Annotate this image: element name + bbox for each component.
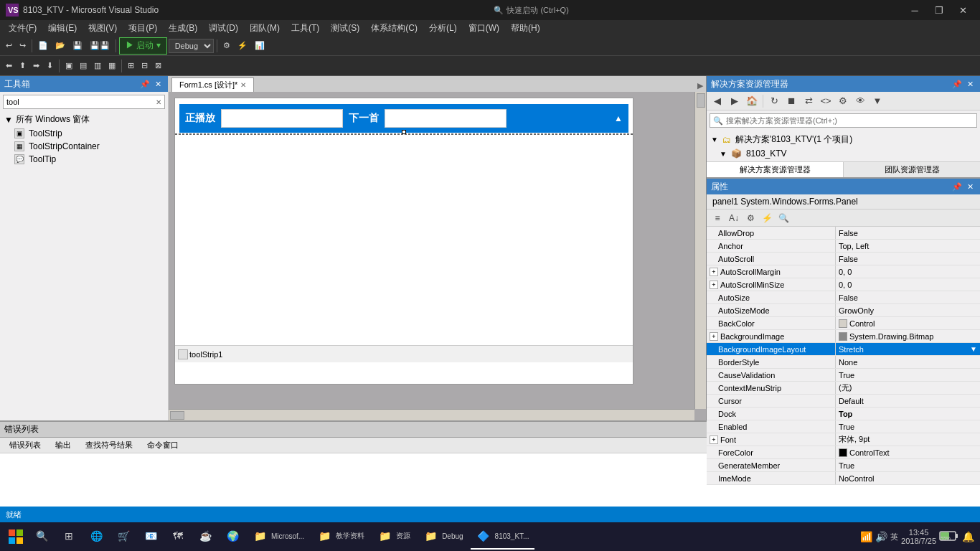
taskbar-item-search[interactable]: 🔍 <box>29 524 55 550</box>
solution-close[interactable]: ✕ <box>964 78 976 90</box>
sol-btn-forward[interactable]: ▶ <box>727 93 743 109</box>
error-tab-find[interactable]: 查找符号结果 <box>79 438 139 452</box>
taskbar-item-mail[interactable]: 📧 <box>138 524 164 550</box>
menu-test[interactable]: 测试(S) <box>325 20 365 36</box>
tb2-align-center[interactable]: ⬆ <box>17 57 29 75</box>
toolbar-misc-3[interactable]: 📊 <box>252 37 268 55</box>
toolbar-save[interactable]: 💾 <box>70 37 85 55</box>
menu-team[interactable]: 团队(M) <box>244 20 286 36</box>
prop-value-autoscrollminsize[interactable]: 0, 0 <box>836 278 980 291</box>
taskbar-item-folder1[interactable]: 📁 Microsof... <box>247 524 310 550</box>
prop-value-autosizemode[interactable]: GrowOnly <box>836 304 980 316</box>
menu-build[interactable]: 生成(B) <box>163 20 203 36</box>
menu-arch[interactable]: 体系结构(C) <box>365 20 423 36</box>
menu-edit[interactable]: 编辑(E) <box>42 20 83 36</box>
prop-value-anchor[interactable]: Top, Left <box>836 240 980 252</box>
tb2-btn-5[interactable]: ⊞ <box>125 57 137 75</box>
sol-tab-solution[interactable]: 解决方案资源管理器 <box>707 162 844 177</box>
textbox-next[interactable] <box>385 109 507 128</box>
prop-value-backcolor[interactable]: Control <box>836 317 980 329</box>
expand-font[interactable]: + <box>710 435 718 444</box>
sol-btn-filter[interactable]: ▼ <box>870 93 885 109</box>
design-canvas[interactable]: 正播放 下一首 ▲ toolStrip1 <box>174 98 633 385</box>
sol-btn-home[interactable]: 🏠 <box>744 93 760 109</box>
toolbar-open[interactable]: 📂 <box>52 37 68 55</box>
sol-btn-preview[interactable]: 👁 <box>852 93 868 109</box>
taskbar-start[interactable] <box>3 524 29 550</box>
prop-value-enabled[interactable]: True <box>836 420 980 433</box>
tb2-btn-4[interactable]: ▦ <box>105 57 118 75</box>
props-btn-alpha[interactable]: A↓ <box>726 211 742 225</box>
minimize-button[interactable]: ─ <box>904 3 925 17</box>
sol-btn-stop[interactable]: ⏹ <box>783 93 799 109</box>
props-btn-events[interactable]: ⚡ <box>759 211 775 225</box>
taskbar-item-edge[interactable]: 🌐 <box>83 524 109 550</box>
vscroll-thumb[interactable] <box>697 93 705 108</box>
prop-value-bgimage[interactable]: System.Drawing.Bitmap <box>836 330 980 342</box>
form-top-panel[interactable]: 正播放 下一首 ▲ <box>179 104 628 133</box>
sol-btn-code[interactable]: <> <box>818 93 834 109</box>
textbox-song[interactable] <box>221 109 343 128</box>
tb2-btn-6[interactable]: ⊟ <box>138 57 151 75</box>
menu-project[interactable]: 项目(P) <box>123 20 163 36</box>
restore-button[interactable]: ❐ <box>928 3 950 17</box>
designer-vscroll[interactable] <box>694 92 706 409</box>
solution-pin[interactable]: 📌 <box>951 78 963 90</box>
tb2-btn-7[interactable]: ⊠ <box>152 57 164 75</box>
hscroll-thumb[interactable] <box>170 411 184 420</box>
taskbar-item-folder3[interactable]: 📁 资源 <box>372 524 416 550</box>
toolbar-undo[interactable]: ↩ <box>3 37 15 55</box>
toolbox-item-tooltip[interactable]: 💬 ToolTip <box>0 153 168 166</box>
taskbar-item-map[interactable]: 🗺 <box>165 524 191 550</box>
prop-value-borderstyle[interactable]: None <box>836 356 980 368</box>
toolbar-misc-2[interactable]: ⚡ <box>235 37 250 55</box>
toolbar-redo[interactable]: ↪ <box>17 37 29 55</box>
properties-pin[interactable]: 📌 <box>951 181 963 192</box>
properties-close[interactable]: ✕ <box>964 181 976 192</box>
sol-btn-refresh[interactable]: ↻ <box>766 93 782 109</box>
search-clear-icon[interactable]: ✕ <box>156 98 161 106</box>
taskbar-item-task[interactable]: ⊞ <box>56 524 82 550</box>
prop-value-dock[interactable]: Top <box>836 408 980 420</box>
prop-value-autoscrollmargin[interactable]: 0, 0 <box>836 265 980 278</box>
tb2-align-left[interactable]: ⬅ <box>3 57 15 75</box>
toolbar-new[interactable]: 📄 <box>35 37 51 55</box>
designer-hscroll[interactable] <box>169 409 694 420</box>
toolbox-search-input[interactable] <box>6 98 156 106</box>
sol-btn-sync[interactable]: ⇄ <box>801 93 816 109</box>
close-button[interactable]: ✕ <box>953 3 974 17</box>
prop-value-bgimagelayout[interactable]: Stretch ▼ <box>836 343 980 355</box>
prop-value-font[interactable]: 宋体, 9pt <box>836 433 980 446</box>
toolbox-item-toolstripcontainer[interactable]: ▦ ToolStripContainer <box>0 140 168 153</box>
solution-search[interactable]: 🔍 搜索解决方案资源管理器(Ctrl+;) <box>710 113 977 128</box>
taskbar-item-java[interactable]: ☕ <box>192 524 218 550</box>
designer-tab-form1[interactable]: Form1.cs [设计]* ✕ <box>171 77 254 92</box>
sol-btn-back[interactable]: ◀ <box>710 93 725 109</box>
menu-file[interactable]: 文件(F) <box>3 20 42 36</box>
menu-view[interactable]: 视图(V) <box>83 20 123 36</box>
bgimagelayout-dropdown[interactable]: ▼ <box>970 345 977 353</box>
taskbar-item-folder2[interactable]: 📁 教学资料 <box>311 524 370 550</box>
resize-handle-bottom[interactable] <box>402 130 406 134</box>
taskbar-item-vs[interactable]: 🔷 8103_KT... <box>471 524 535 550</box>
toolbar-save-all[interactable]: 💾💾 <box>87 37 113 55</box>
error-tab-cmd[interactable]: 命令窗口 <box>141 438 185 452</box>
tb2-align-top[interactable]: ⬇ <box>44 57 56 75</box>
prop-value-causevalidation[interactable]: True <box>836 369 980 381</box>
prop-value-allowdrop[interactable]: False <box>836 227 980 239</box>
form-resize-btn[interactable]: ▲ <box>614 113 623 123</box>
expand-autoscrollminsize[interactable]: + <box>710 281 718 289</box>
project-node[interactable]: ▼ 📦 8103_KTV <box>708 147 979 160</box>
menu-debug[interactable]: 调试(D) <box>203 20 244 36</box>
toolbox-group-header[interactable]: ▼ 所有 Windows 窗体 <box>0 112 168 127</box>
toolbox-close[interactable]: ✕ <box>152 78 164 90</box>
toolbar-start[interactable]: ▶ 启动 ▾ <box>119 37 167 55</box>
prop-value-forecolor[interactable]: ControlText <box>836 446 980 458</box>
tb2-align-right[interactable]: ➡ <box>30 57 42 75</box>
taskbar-item-store[interactable]: 🛒 <box>110 524 136 550</box>
prop-value-cursor[interactable]: Default <box>836 395 980 407</box>
taskbar-item-ie[interactable]: 🌍 <box>220 524 245 550</box>
debug-combo[interactable]: Debug <box>169 39 214 53</box>
taskbar-item-folder4[interactable]: 📁 Debug <box>418 524 468 550</box>
prop-value-autosize[interactable]: False <box>836 291 980 303</box>
